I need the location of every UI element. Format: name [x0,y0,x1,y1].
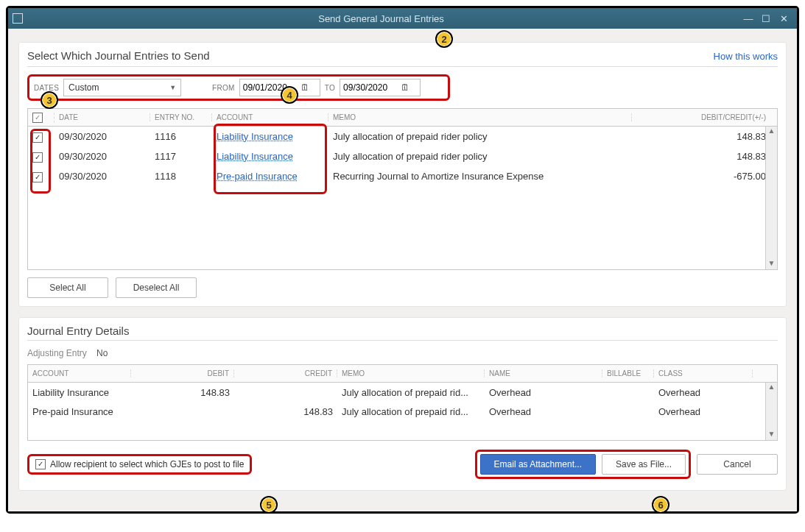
cell-entry: 1118 [150,171,212,182]
dcell-name: Overhead [485,387,602,398]
maximize-button[interactable]: ☐ [757,12,775,25]
cell-amount: 148.83 [632,131,770,142]
details-row[interactable]: Liability Insurance 148.83 July allocati… [28,383,777,402]
col-account[interactable]: ACCOUNT [212,113,328,121]
scroll-down-icon[interactable]: ▼ [768,430,776,440]
close-button[interactable]: ✕ [775,12,792,25]
date-filter-bar: DATES Custom ▼ FROM 🗓 TO 🗓 [27,74,450,101]
titlebar: Send General Journal Entries — ☐ ✕ [8,8,797,29]
details-row [28,421,777,440]
divider [27,340,778,341]
cell-account-link[interactable]: Liability Insurance [212,151,328,162]
app-icon [13,13,23,24]
col-entry-no[interactable]: ENTRY NO. [150,113,212,121]
details-row[interactable]: Pre-paid Insurance 148.83 July allocatio… [28,402,777,421]
journal-entry-details-panel: Journal Entry Details Adjusting Entry No… [18,317,787,491]
from-label: FROM [212,84,235,92]
date-preset-select[interactable]: Custom ▼ [63,79,181,96]
cell-date: 09/30/2020 [55,151,150,162]
to-date-field[interactable]: 🗓 [340,79,421,96]
dcol-debit[interactable]: DEBIT [131,369,234,377]
allow-recipient-checkbox[interactable]: ✓ [35,459,46,469]
table-row[interactable]: ✓ 09/30/2020 1116 Liability Insurance Ju… [28,127,777,146]
calendar-icon[interactable]: 🗓 [300,82,309,93]
cell-account-link[interactable]: Pre-paid Insurance [212,171,328,182]
dates-label: DATES [34,84,59,92]
dcol-credit[interactable]: CREDIT [234,369,337,377]
to-date-input[interactable] [343,82,401,93]
cell-date: 09/30/2020 [55,171,150,182]
app-window: Send General Journal Entries — ☐ ✕ 2 3 4… [6,6,799,514]
select-all-button[interactable]: Select All [27,277,108,298]
details-heading: Journal Entry Details [27,324,778,337]
chevron-down-icon: ▼ [169,84,176,91]
calendar-icon[interactable]: 🗓 [401,82,409,93]
annotation-4: 4 [281,86,298,104]
how-this-works-link[interactable]: How this works [714,51,778,62]
email-as-attachment-button[interactable]: Email as Attachment... [480,454,596,475]
annotation-3: 3 [41,91,58,109]
scrollbar[interactable]: ▲ ▼ [765,127,777,269]
col-memo[interactable]: MEMO [328,113,632,121]
dcell-class: Overhead [654,387,753,398]
scroll-up-icon[interactable]: ▲ [768,127,776,137]
dcol-class[interactable]: CLASS [654,369,753,377]
col-date[interactable]: DATE [55,113,150,121]
row-checkbox[interactable]: ✓ [32,172,43,182]
scrollbar[interactable]: ▲ ▼ [765,383,777,440]
dcell-name: Overhead [485,406,602,417]
details-table-header: ACCOUNT DEBIT CREDIT MEMO NAME BILLABLE … [28,365,777,383]
select-entries-panel: Select Which Journal Entries to Send How… [18,42,787,307]
select-all-checkbox[interactable]: ✓ [32,113,43,123]
dcell-credit: 148.83 [234,406,337,417]
dcell-debit: 148.83 [131,387,234,398]
cell-amount: -675.00 [632,171,770,182]
client-area: 2 3 4 5 6 Select Which Journal Entries t… [8,29,797,511]
table-row [28,186,777,206]
annotation-2: 2 [435,30,453,48]
dcol-account[interactable]: ACCOUNT [28,369,131,377]
save-as-file-button[interactable]: Save as File... [602,454,686,475]
dcol-billable[interactable]: BILLABLE [602,369,654,377]
dcell-memo: July allocation of prepaid rid... [337,387,485,398]
adjusting-entry-label: Adjusting Entry [27,348,87,358]
cell-date: 09/30/2020 [55,131,150,142]
dcol-name[interactable]: NAME [485,369,602,377]
date-preset-value: Custom [68,82,99,93]
window-title: Send General Journal Entries [23,13,739,24]
scroll-up-icon[interactable]: ▲ [768,383,776,393]
allow-recipient-label: Allow recipient to select which GJEs to … [50,459,244,469]
table-row[interactable]: ✓ 09/30/2020 1118 Pre-paid Insurance Rec… [28,166,777,186]
entries-table-header: ✓ DATE ENTRY NO. ACCOUNT MEMO DEBIT/CRED… [28,109,777,127]
details-table: ACCOUNT DEBIT CREDIT MEMO NAME BILLABLE … [27,364,778,441]
cell-memo: July allocation of prepaid rider policy [328,131,632,142]
cell-entry: 1117 [150,151,212,162]
dcell-account: Pre-paid Insurance [28,406,131,417]
annotation-5: 5 [260,496,278,514]
cell-entry: 1116 [150,131,212,142]
annotation-box-6: Email as Attachment... Save as File... [475,450,691,479]
table-row [28,206,777,226]
cancel-button[interactable]: Cancel [697,454,778,475]
dcell-account: Liability Insurance [28,387,131,398]
table-row[interactable]: ✓ 09/30/2020 1117 Liability Insurance Ju… [28,146,777,166]
row-checkbox[interactable]: ✓ [32,132,43,143]
entries-table: ✓ DATE ENTRY NO. ACCOUNT MEMO DEBIT/CRED… [27,108,778,270]
from-date-field[interactable]: 🗓 [239,79,320,96]
adjusting-entry-row: Adjusting Entry No [27,348,778,358]
dcell-class: Overhead [654,406,753,417]
cell-memo: July allocation of prepaid rider policy [328,151,632,162]
divider [27,66,778,67]
allow-recipient-box: ✓ Allow recipient to select which GJEs t… [27,454,252,475]
col-debit-credit[interactable]: DEBIT/CREDIT(+/-) [632,113,770,121]
scroll-down-icon[interactable]: ▼ [768,259,776,269]
to-label: TO [325,84,335,92]
adjusting-entry-value: No [96,348,108,358]
dcell-memo: July allocation of prepaid rid... [337,406,485,417]
dcol-memo[interactable]: MEMO [337,369,485,377]
cell-account-link[interactable]: Liability Insurance [212,131,328,142]
row-checkbox[interactable]: ✓ [32,152,43,163]
deselect-all-button[interactable]: Deselect All [116,277,197,298]
minimize-button[interactable]: — [739,12,757,25]
cell-memo: Recurring Journal to Amortize Insurance … [328,171,632,182]
